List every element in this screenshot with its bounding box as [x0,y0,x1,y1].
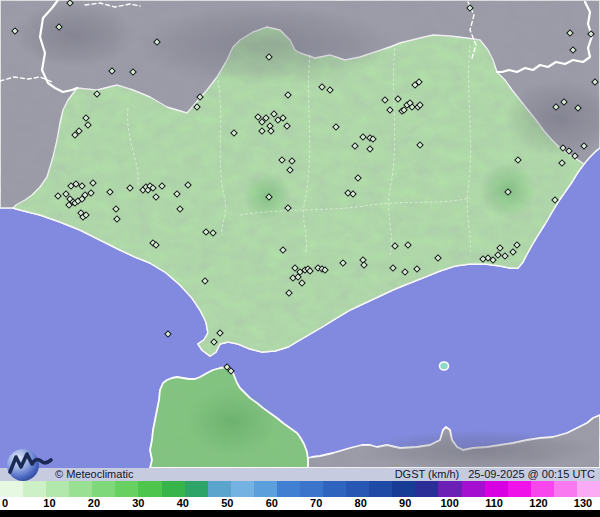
copyright-text: © Meteoclimatic [55,468,133,481]
alboran-island [440,362,449,370]
map-datetime: 25-09-2025 @ 00:15 UTC [468,468,595,481]
map-variable-label: DGST (km/h) [395,468,460,481]
weather-map [0,0,600,468]
color-scale-bar [0,481,600,497]
color-scale-tick-labels: 0102030405060708090100110120130 [0,497,600,510]
meteoclimatic-logo[interactable] [4,444,60,488]
bottom-black-strip [0,510,600,517]
info-bar: © Meteoclimatic DGST (km/h) 25-09-2025 @… [0,468,600,481]
meteoclimatic-map-page: © Meteoclimatic DGST (km/h) 25-09-2025 @… [0,0,600,517]
